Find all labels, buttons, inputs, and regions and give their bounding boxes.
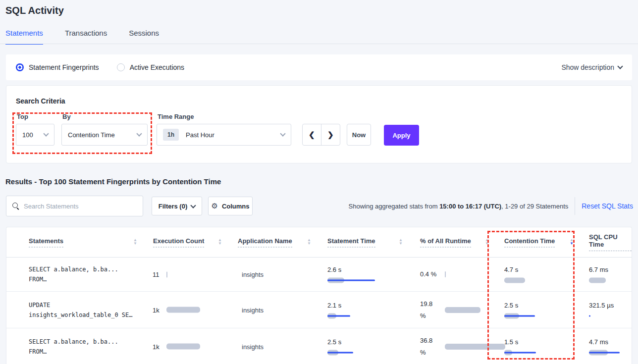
gear-icon: ⚙ [211, 202, 217, 210]
stats-time-range: 15:00 to 16:17 (UTC) [439, 203, 501, 210]
sql-cpu-time-cell: 4.7 ms [589, 338, 621, 355]
table-row[interactable]: SELECT a.balance, b.ba...FROM… 11 insigh… [6, 258, 632, 292]
chevron-down-icon [136, 131, 142, 136]
radio-active-executions[interactable]: Active Executions [117, 63, 185, 71]
time-range-label: Time Range [158, 113, 194, 120]
filters-button[interactable]: Filters (0) [152, 197, 202, 215]
tab-statements[interactable]: Statements [5, 29, 43, 45]
application-name-cell: insights [242, 343, 264, 350]
application-name-cell: insights [242, 306, 264, 313]
tab-transactions[interactable]: Transactions [65, 29, 107, 45]
sort-icon[interactable]: ▲▼ [218, 238, 222, 245]
bar-gray [589, 278, 606, 283]
filters-label: Filters (0) [159, 203, 188, 210]
top-select-value: 100 [22, 131, 33, 139]
sort-icon[interactable]: ▲▼ [307, 238, 311, 245]
column-header-statements[interactable]: Statements [29, 237, 63, 248]
sort-icon-active[interactable]: ▲▼ [570, 238, 574, 245]
statements-table: Statements ▲▼ Execution Count ▲▼ Applica… [6, 227, 632, 364]
bar-gray [166, 307, 200, 313]
by-label: By [62, 113, 71, 120]
top-select[interactable]: 100 [16, 124, 54, 146]
show-description-toggle[interactable]: Show description [561, 63, 622, 71]
radio-unselected-icon[interactable] [117, 63, 125, 71]
bar-blue [327, 280, 375, 281]
bar-gray [166, 271, 167, 277]
execution-count-cell: 1k [153, 343, 206, 350]
bar-blue [504, 315, 535, 316]
stats-row: Showing aggregated stats from 15:00 to 1… [297, 197, 633, 215]
search-statements-box[interactable] [6, 196, 143, 216]
statement-text[interactable]: SELECT a.balance, b.ba...FROM… [29, 264, 118, 284]
statement-text[interactable]: UPDATEinsights_workload_table_0 SE… [29, 300, 133, 320]
time-interval-badge: 1h [163, 129, 179, 141]
table-row[interactable]: UPDATEinsights_workload_table_0 SE… 1k i… [6, 292, 632, 328]
execution-count-cell: 11 [153, 271, 206, 278]
statement-time-cell: 2.1 s [327, 301, 392, 318]
column-header-contention-time[interactable]: Contention Time [504, 237, 555, 248]
bar-gray [504, 278, 525, 283]
columns-button[interactable]: ⚙ Columns [208, 197, 253, 215]
statement-time-cell: 2.5 s [327, 338, 392, 355]
column-header-application-name[interactable]: Application Name [238, 237, 292, 248]
now-button[interactable]: Now [347, 124, 371, 146]
apply-button[interactable]: Apply [384, 125, 419, 146]
column-header-sql-cpu-time[interactable]: SQL CPU Time [589, 233, 632, 251]
bar-gray [445, 271, 446, 277]
bar-blue [589, 315, 590, 316]
column-header-statement-time[interactable]: Statement Time [327, 237, 375, 248]
table-header-row: Statements ▲▼ Execution Count ▲▼ Applica… [6, 227, 632, 258]
bar-gray [445, 344, 505, 350]
sql-cpu-time-cell: 321.5 µs [589, 301, 621, 318]
time-step-group: ❮ ❯ [302, 124, 340, 146]
stats-prefix: Showing aggregated stats from [349, 203, 440, 210]
execution-count-cell: 1k [153, 306, 206, 313]
bar-blue [504, 352, 536, 353]
sort-icon[interactable]: ▲▼ [485, 238, 489, 245]
pct-runtime-cell: 0.4 % [420, 268, 484, 280]
radio-selected-icon[interactable] [16, 63, 24, 71]
top-label: Top [17, 113, 28, 120]
search-statements-input[interactable] [24, 203, 137, 210]
contention-time-cell: 4.7 s [504, 266, 569, 283]
statement-text[interactable]: SELECT a.balance, b.ba...FROM… [29, 337, 118, 357]
stats-suffix: , 1-29 of 29 Statements [501, 203, 568, 210]
bar-blue [589, 352, 620, 353]
radio-statement-fingerprints[interactable]: Statement Fingerprints [16, 63, 99, 71]
radio-active-executions-label: Active Executions [130, 63, 185, 71]
prev-time-button[interactable]: ❮ [303, 124, 321, 145]
pct-runtime-cell: 36.8 % [420, 335, 484, 359]
sort-icon[interactable]: ▲▼ [133, 238, 137, 245]
bar-blue [327, 352, 353, 353]
chevron-down-icon [280, 131, 285, 136]
time-range-value: Past Hour [186, 131, 214, 139]
results-title: Results - Top 100 Statement Fingerprints… [5, 177, 221, 186]
view-mode-bar: Statement Fingerprints Active Executions… [6, 54, 632, 80]
stats-divider [575, 197, 575, 215]
next-time-button[interactable]: ❯ [321, 124, 340, 145]
by-select-value: Contention Time [68, 131, 115, 139]
bar-blue [327, 315, 350, 316]
tabs-divider [0, 44, 638, 44]
statement-time-cell: 2.6 s [327, 266, 392, 283]
search-icon [12, 203, 19, 209]
reset-sql-stats-link[interactable]: Reset SQL Stats [582, 202, 633, 210]
chevron-down-icon [191, 203, 196, 208]
columns-label: Columns [222, 203, 250, 210]
chevron-down-icon [617, 63, 623, 69]
sort-icon[interactable]: ▲▼ [399, 238, 403, 245]
tab-bar: Statements Transactions Sessions [5, 29, 159, 45]
contention-time-cell: 2.5 s [504, 301, 569, 318]
application-name-cell: insights [242, 271, 264, 278]
contention-time-cell: 1.5 s [504, 338, 569, 355]
table-row[interactable]: SELECT a.balance, b.ba...FROM… 1k insigh… [6, 328, 632, 364]
show-description-label: Show description [561, 63, 614, 71]
by-select[interactable]: Contention Time [61, 124, 148, 146]
column-header-pct-runtime[interactable]: % of All Runtime [420, 237, 471, 248]
search-criteria-heading: Search Criteria [16, 97, 65, 105]
chevron-down-icon [43, 131, 49, 136]
tab-sessions[interactable]: Sessions [129, 29, 159, 45]
radio-statement-fingerprints-label: Statement Fingerprints [29, 63, 99, 71]
time-range-select[interactable]: 1h Past Hour [157, 124, 291, 146]
column-header-execution-count[interactable]: Execution Count [153, 237, 204, 248]
